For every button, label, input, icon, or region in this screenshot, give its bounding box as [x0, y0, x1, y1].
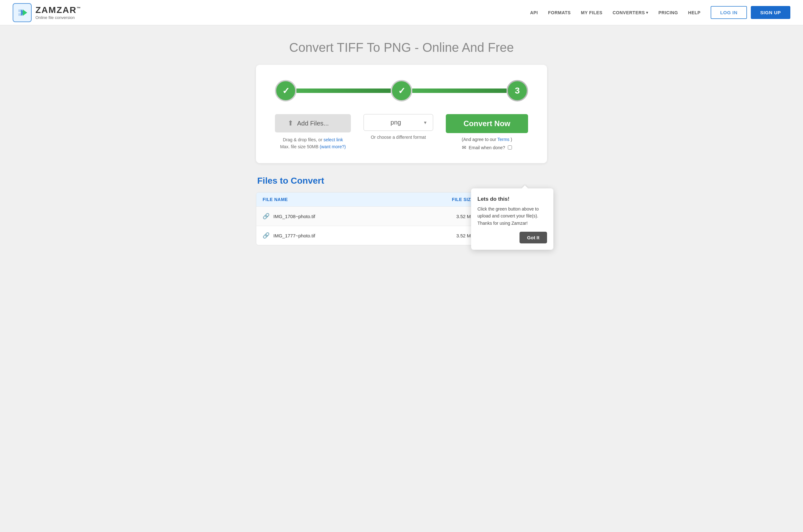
- convert-now-button[interactable]: Convert Now: [446, 114, 528, 133]
- step-3-number: 3: [515, 86, 520, 96]
- add-files-button[interactable]: ⬆ Add Files...: [275, 114, 351, 132]
- nav-pricing[interactable]: PRICING: [658, 10, 678, 15]
- svg-marker-2: [23, 10, 27, 16]
- header: ZAMZAR™ Online file conversion API FORMA…: [0, 0, 803, 25]
- terms-row: (And agree to our Terms ): [462, 137, 512, 142]
- logo-brand: ZAMZAR: [35, 5, 77, 15]
- email-checkbox[interactable]: [508, 146, 512, 150]
- nav-api[interactable]: API: [530, 10, 538, 15]
- convert-col: Convert Now (And agree to our Terms ) ✉ …: [446, 114, 528, 150]
- page-title: Convert TIFF To PNG - Online And Free: [6, 40, 797, 55]
- max-size-text: Max. file size 50MB: [280, 144, 318, 149]
- select-link[interactable]: select link: [323, 137, 343, 142]
- actions-row: ⬆ Add Files... Drag & drop files, or sel…: [275, 114, 528, 150]
- nav-my-files[interactable]: MY FILES: [581, 10, 602, 15]
- file-hints: Drag & drop files, or select link Max. f…: [280, 136, 346, 150]
- header-buttons: LOG IN SIGN UP: [711, 6, 790, 19]
- nav: API FORMATS MY FILES CONVERTERS ▾ PRICIN…: [530, 10, 700, 15]
- format-col: png ▾ Or choose a different format: [364, 114, 433, 140]
- drag-drop-text: Drag & drop files, or: [283, 137, 323, 142]
- format-value: png: [370, 119, 421, 126]
- chevron-down-icon: ▾: [646, 11, 648, 15]
- add-files-label: Add Files...: [297, 120, 329, 127]
- logo-area: ZAMZAR™ Online file conversion: [13, 3, 81, 22]
- step-2-circle: ✓: [391, 80, 412, 101]
- files-title-static: Files to: [257, 176, 288, 186]
- format-select[interactable]: png ▾: [364, 114, 433, 131]
- got-it-button[interactable]: Got It: [519, 232, 547, 243]
- file-name: IMG_1708~photo.tif: [273, 214, 436, 219]
- tooltip-popup: Lets do this! Click the green button abo…: [471, 188, 553, 250]
- logo-tm: ™: [77, 6, 81, 11]
- page-title-section: Convert TIFF To PNG - Online And Free: [0, 25, 803, 65]
- login-button[interactable]: LOG IN: [711, 6, 747, 19]
- terms-pre-text: (And agree to our: [462, 137, 496, 142]
- logo-subtitle: Online file conversion: [35, 15, 81, 20]
- nav-help[interactable]: HELP: [688, 10, 700, 15]
- logo-icon: [13, 3, 32, 22]
- terms-link[interactable]: Terms: [497, 137, 509, 142]
- email-label: Email when done?: [469, 145, 505, 150]
- nav-formats[interactable]: FORMATS: [548, 10, 571, 15]
- step-2-check: ✓: [398, 86, 405, 96]
- file-size: 3.52 MB: [436, 233, 474, 238]
- converter-card: ✓ ✓ 3 ⬆ Add Files... Drag & drop files, …: [256, 65, 547, 163]
- terms-close: ): [511, 137, 512, 142]
- col-filesize-header: FILE SIZE: [436, 197, 474, 202]
- file-name: IMG_1777~photo.tif: [273, 233, 436, 238]
- step-line-2: [412, 89, 507, 93]
- step-1-circle: ✓: [275, 80, 296, 101]
- step-3-circle: 3: [507, 80, 528, 101]
- nav-converters-label: CONVERTERS: [613, 10, 645, 15]
- logo-text: ZAMZAR™ Online file conversion: [35, 5, 81, 20]
- email-row: ✉ Email when done?: [462, 145, 512, 150]
- add-files-col: ⬆ Add Files... Drag & drop files, or sel…: [275, 114, 351, 150]
- files-title-highlight: Convert: [291, 176, 324, 186]
- signup-button[interactable]: SIGN UP: [751, 6, 790, 19]
- steps-row: ✓ ✓ 3: [275, 80, 528, 101]
- files-section: Files to Convert FILE NAME FILE SIZE 🔗 I…: [256, 176, 547, 258]
- tooltip-body: Click the green button above to upload a…: [477, 206, 547, 227]
- format-hint: Or choose a different format: [371, 135, 426, 140]
- files-title: Files to Convert: [256, 176, 547, 186]
- file-link-icon: 🔗: [262, 232, 270, 239]
- file-link-icon: 🔗: [262, 213, 270, 220]
- col-filename-header: FILE NAME: [262, 197, 436, 202]
- tooltip-footer: Got It: [477, 232, 547, 243]
- file-size: 3.52 MB: [436, 214, 474, 219]
- want-more-link[interactable]: (want more?): [320, 144, 346, 149]
- nav-converters[interactable]: CONVERTERS ▾: [613, 10, 648, 15]
- step-line-1: [296, 89, 391, 93]
- chevron-down-icon: ▾: [424, 119, 426, 126]
- email-icon: ✉: [462, 145, 466, 150]
- upload-icon: ⬆: [288, 119, 293, 127]
- step-1-check: ✓: [282, 86, 290, 96]
- tooltip-title: Lets do this!: [477, 196, 547, 202]
